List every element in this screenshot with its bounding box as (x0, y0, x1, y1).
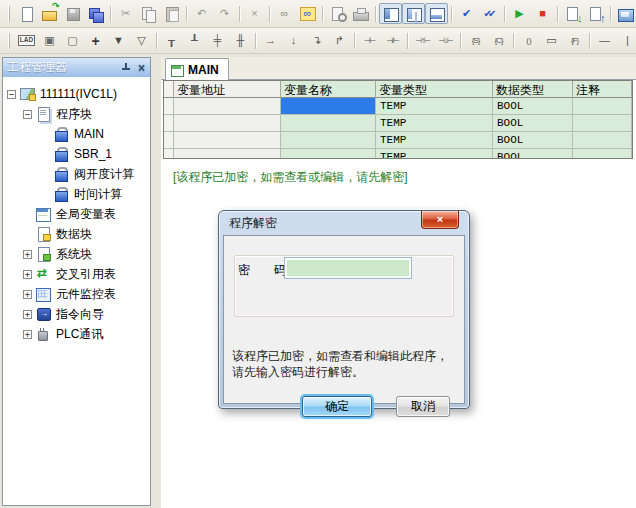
project-root-tree-item[interactable]: − 111111(IVC1L) (3, 84, 150, 104)
reset-coil-button[interactable]: {C} (487, 30, 510, 51)
print-button[interactable] (349, 3, 372, 24)
tree-expander-icon[interactable] (41, 170, 50, 179)
insert-vline-button[interactable]: ╪ (206, 30, 229, 51)
insert-down-filled-button[interactable]: ▼ (107, 30, 130, 51)
header-comment[interactable]: 注释 (573, 81, 632, 98)
tree-expander-icon[interactable] (41, 130, 50, 139)
cell-comment[interactable] (573, 132, 632, 149)
valve-opening-calc-program-tree-item[interactable]: 阀开度计算 (3, 164, 150, 184)
element-monitor-table-tree-item[interactable]: + 元件监控表 (3, 284, 150, 304)
find-in-project-button[interactable]: ∞ (296, 3, 319, 24)
paste-button[interactable] (160, 3, 183, 24)
row-gutter-cell[interactable] (164, 115, 174, 132)
function-box-button[interactable]: ▭ (540, 30, 563, 51)
arrow-right-button[interactable]: → (259, 30, 282, 51)
cell-var-address[interactable] (174, 98, 281, 115)
delete-button[interactable]: × (243, 3, 266, 24)
tree-expander-icon[interactable] (41, 190, 50, 199)
tree-expander-icon[interactable]: + (23, 290, 32, 299)
tree-expander-icon[interactable]: + (23, 250, 32, 259)
upload-button[interactable] (584, 3, 607, 24)
contact-falling-button[interactable]: ⊣↓⊢ (434, 30, 457, 51)
cell-data-type[interactable]: BOOL (493, 115, 573, 132)
cell-var-type[interactable]: TEMP (376, 132, 493, 149)
tree-expander-icon[interactable] (23, 210, 32, 219)
row-gutter-cell[interactable] (164, 149, 174, 159)
cell-var-type[interactable]: TEMP (376, 115, 493, 132)
instruction-wizard-tree-item[interactable]: + 指令向导 (3, 304, 150, 324)
set-coil-button[interactable]: {S} (464, 30, 487, 51)
tab-main[interactable]: MAIN (165, 58, 229, 80)
global-var-table-tree-item[interactable]: 全局变量表 (3, 204, 150, 224)
header-var-address[interactable]: 变量地址 (174, 81, 281, 98)
save-button[interactable] (61, 3, 84, 24)
tree-expander-icon[interactable]: + (23, 330, 32, 339)
run-button[interactable]: ▶ (508, 3, 531, 24)
time-calc-program-tree-item[interactable]: 时间计算 (3, 184, 150, 204)
undo-button[interactable]: ↶ (190, 3, 213, 24)
header-var-type[interactable]: 变量类型 (376, 81, 493, 98)
ok-button[interactable]: 确定 (302, 396, 372, 417)
append-network-button[interactable]: ┸ (183, 30, 206, 51)
cell-data-type[interactable]: BOOL (493, 98, 573, 115)
output-coil-button[interactable]: ( ) (517, 30, 540, 51)
toggle-project-panel-button[interactable] (379, 3, 402, 24)
find-button[interactable]: ∞ (273, 3, 296, 24)
arrow-down-button[interactable]: ↓ (282, 30, 305, 51)
tree-expander-icon[interactable] (23, 230, 32, 239)
password-input[interactable] (284, 257, 412, 279)
lad-view-button[interactable]: LAD (15, 30, 38, 51)
delete-vline-button[interactable]: ╫ (229, 30, 252, 51)
cross-ref-table-tree-item[interactable]: + 交叉引用表 (3, 264, 150, 284)
insert-network-button[interactable]: ┰ (160, 30, 183, 51)
open-project-button[interactable] (38, 3, 61, 24)
tree-expander-icon[interactable] (41, 150, 50, 159)
header-var-name[interactable]: 变量名称 (281, 81, 376, 98)
compile-all-button[interactable]: ✔✔ (478, 3, 501, 24)
header-data-type[interactable]: 数据类型 (493, 81, 573, 98)
cell-comment[interactable] (573, 149, 632, 159)
row-gutter-cell[interactable] (164, 132, 174, 149)
redo-button[interactable]: ↷ (213, 3, 236, 24)
copy-button[interactable] (137, 3, 160, 24)
arrow-branch-up-button[interactable]: ↱ (328, 30, 351, 51)
cell-var-name[interactable] (281, 98, 376, 115)
tree-expander-icon[interactable]: − (7, 90, 16, 99)
cell-var-address[interactable] (174, 149, 281, 159)
tree-expander-icon[interactable]: − (23, 110, 32, 119)
cell-var-name[interactable] (281, 149, 376, 159)
function-f-button[interactable]: {F} (563, 30, 586, 51)
print-preview-button[interactable] (326, 3, 349, 24)
contact-rising-button[interactable]: ⊣↑⊢ (411, 30, 434, 51)
cell-comment[interactable] (573, 98, 632, 115)
row-gutter-cell[interactable] (164, 98, 174, 115)
cut-button[interactable]: ✂ (114, 3, 137, 24)
toggle-info-panel-button[interactable] (402, 3, 425, 24)
contact-nc-button[interactable]: ⊣/⊢ (381, 30, 404, 51)
arrow-branch-down-button[interactable]: ↴ (305, 30, 328, 51)
data-block-tree-item[interactable]: 数据块 (3, 224, 150, 244)
save-all-button[interactable] (84, 3, 107, 24)
download-button[interactable] (561, 3, 584, 24)
dialog-close-button[interactable]: × (421, 211, 459, 229)
cell-data-type[interactable]: BOOL (493, 132, 573, 149)
contact-no-button[interactable]: ⊣⊢ (358, 30, 381, 51)
tree-expander-icon[interactable]: + (23, 310, 32, 319)
plain-box-button[interactable]: ▢ (61, 30, 84, 51)
cancel-button[interactable]: 取消 (396, 396, 450, 417)
panel-close-icon[interactable]: × (137, 62, 146, 74)
program-blocks-tree-item[interactable]: − 程序块 (3, 104, 150, 124)
cell-var-type[interactable]: TEMP (376, 149, 493, 159)
main-program-tree-item[interactable]: MAIN (3, 124, 150, 144)
insert-cross-button[interactable]: + (84, 30, 107, 51)
plc-comm-tree-item[interactable]: + PLC通讯 (3, 324, 150, 344)
draw-hline-button[interactable]: — (593, 30, 616, 51)
cell-var-type[interactable]: TEMP (376, 98, 493, 115)
compile-button[interactable]: ✔ (455, 3, 478, 24)
sbr1-program-tree-item[interactable]: SBR_1 (3, 144, 150, 164)
cell-var-name[interactable] (281, 115, 376, 132)
stop-button[interactable]: ■ (531, 3, 554, 24)
cell-var-name[interactable] (281, 132, 376, 149)
cell-comment[interactable] (573, 115, 632, 132)
insert-down-hollow-button[interactable]: ▽ (130, 30, 153, 51)
